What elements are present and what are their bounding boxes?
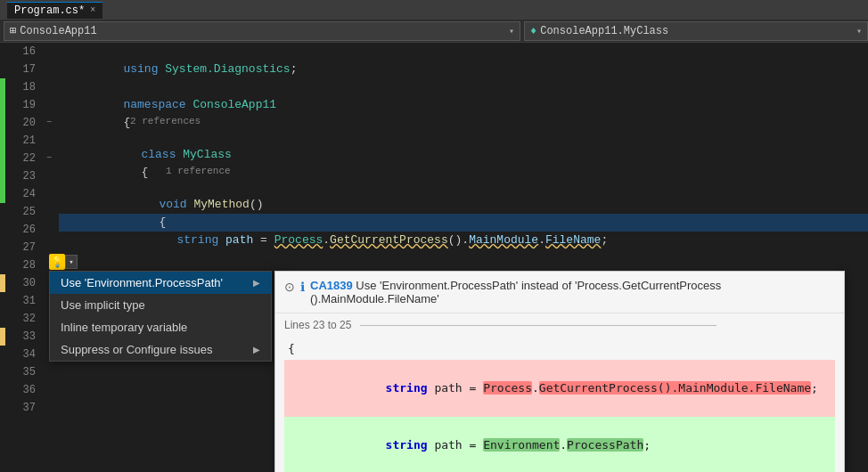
green-indicator-strip	[0, 78, 5, 203]
tooltip-lines-section: Lines 23 to 25 { string path = Process.G…	[275, 313, 844, 472]
tooltip-message-1: Use 'Environment.ProcessPath' instead of…	[356, 279, 721, 292]
ci-24	[43, 185, 55, 203]
ln-30: 30	[5, 274, 36, 292]
menu-item-environment-processpath[interactable]: Use 'Environment.ProcessPath' ▶	[50, 272, 271, 294]
code-line-20: class MyClass	[59, 128, 868, 146]
menu-item-label-3: Inline temporary variable	[61, 321, 187, 334]
ci-22[interactable]: −	[43, 150, 55, 167]
nav-bar: ⊞ ConsoleApp11 ▾ ♦ ConsoleApp11.MyClass …	[0, 20, 868, 43]
tab-label: Program.cs*	[14, 4, 85, 17]
code-line-22: void MyMethod()	[59, 178, 868, 196]
ln-35: 35	[5, 363, 36, 381]
menu-item-label-4: Suppress or Configure issues	[61, 343, 213, 356]
ln-20: 20	[5, 114, 36, 132]
code-line-24: string path = Process.GetCurrentProcess(…	[59, 214, 868, 232]
tab-close-button[interactable]: ×	[90, 5, 95, 15]
yellow-indicator-strip	[0, 274, 5, 292]
ci-25	[43, 203, 55, 221]
file-nav-label: ConsoleApp11	[20, 25, 96, 37]
ln-25: 25	[5, 203, 36, 221]
ln-21: 21	[5, 132, 36, 150]
member-nav-dropdown[interactable]: ♦ ConsoleApp11.MyClass ▾	[524, 21, 868, 41]
ln-28: 28	[5, 256, 36, 274]
tooltip-lines-label: Lines 23 to 25	[284, 319, 835, 331]
ref-hint-method: 1 reference	[59, 164, 868, 178]
ln-32: 32	[5, 310, 36, 328]
member-nav-arrow: ▾	[856, 26, 862, 37]
ci-23	[43, 167, 55, 185]
lightbulb-dropdown-arrow[interactable]: ▾	[65, 255, 78, 269]
ref-hint-class: 2 references	[59, 114, 868, 128]
ci-16	[43, 43, 55, 61]
tooltip-code: CA1839	[310, 279, 353, 292]
tooltip-message-2: ().MainModule.FileName'	[310, 292, 439, 305]
change-indicators	[0, 43, 5, 472]
ci-21	[43, 132, 55, 150]
ln-19: 19	[5, 96, 36, 114]
menu-item-inline-variable[interactable]: Inline temporary variable	[50, 316, 271, 338]
ln-22: 22	[5, 150, 36, 167]
context-menu: Use 'Environment.ProcessPath' ▶ Use impl…	[49, 271, 272, 362]
ln-26: 26	[5, 221, 36, 239]
file-nav-dropdown[interactable]: ⊞ ConsoleApp11 ▾	[4, 21, 520, 41]
code-line-16: using System.Diagnostics;	[59, 43, 868, 61]
tooltip-panel: ⊙ ℹ CA1839 Use 'Environment.ProcessPath'…	[274, 271, 845, 472]
member-nav-label: ConsoleApp11.MyClass	[540, 25, 668, 37]
tooltip-content: CA1839 Use 'Environment.ProcessPath' ins…	[310, 279, 835, 305]
ci-26	[43, 221, 55, 239]
code-line-18: namespace ConsoleApp11	[59, 78, 868, 96]
code-preview: { string path = Process.GetCurrentProces…	[284, 335, 835, 472]
ln-33: 33	[5, 328, 36, 346]
ci-17	[43, 61, 55, 78]
ln-37: 37	[5, 399, 36, 417]
ci-20[interactable]: −	[43, 114, 55, 132]
lines-separator	[360, 325, 717, 326]
submenu-arrow-1: ▶	[253, 278, 260, 288]
yellow-indicator-strip2	[0, 328, 5, 346]
ln-24: 24	[5, 185, 36, 203]
preview-added-line: string path = Environment.ProcessPath;	[284, 417, 835, 472]
ln-17: 17	[5, 61, 36, 78]
tooltip-info-icon: ℹ	[300, 280, 305, 294]
file-nav-arrow: ▾	[509, 26, 514, 37]
lightbulb-icon[interactable]: 💡	[49, 254, 65, 270]
code-line-26	[59, 249, 868, 267]
member-nav-icon: ♦	[530, 25, 536, 37]
submenu-arrow-2: ▶	[253, 345, 260, 354]
editor-tab[interactable]: Program.cs* ×	[7, 2, 102, 19]
ci-19	[43, 96, 55, 114]
ci-18	[43, 78, 55, 96]
file-nav-icon: ⊞	[10, 24, 16, 37]
preview-removed-line: string path = Process.GetCurrentProcess(…	[284, 360, 835, 417]
menu-item-implicit-type[interactable]: Use implicit type	[50, 294, 271, 316]
ln-36: 36	[5, 381, 36, 399]
ln-16: 16	[5, 43, 36, 61]
line-numbers: 16 17 18 19 20 21 22 23 24 25 26 27 28 3…	[5, 43, 43, 472]
menu-item-label-1: Use 'Environment.ProcessPath'	[61, 276, 223, 289]
editor-container: 16 17 18 19 20 21 22 23 24 25 26 27 28 3…	[0, 43, 868, 472]
title-bar: Program.cs* ×	[0, 0, 868, 20]
ln-34: 34	[5, 346, 36, 363]
tooltip-nav-icon[interactable]: ⊙	[284, 280, 295, 294]
ln-18: 18	[5, 78, 36, 96]
tooltip-header: ⊙ ℹ CA1839 Use 'Environment.ProcessPath'…	[275, 272, 844, 313]
ln-27: 27	[5, 239, 36, 256]
preview-open-brace: {	[284, 338, 835, 360]
menu-item-suppress-configure[interactable]: Suppress or Configure issues ▶	[50, 338, 271, 361]
menu-item-label-2: Use implicit type	[61, 298, 145, 312]
ln-23: 23	[5, 167, 36, 185]
ln-31: 31	[5, 292, 36, 310]
